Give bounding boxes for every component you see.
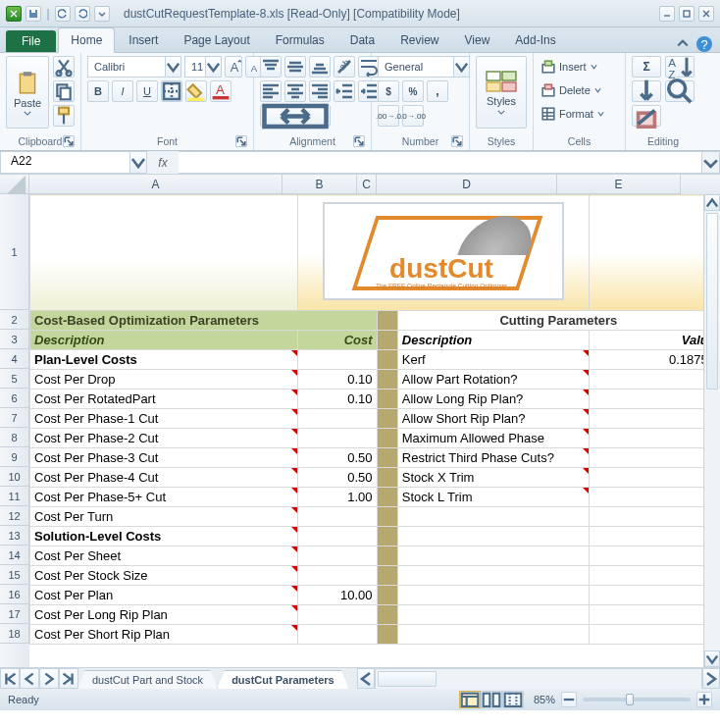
cell[interactable] — [298, 527, 377, 546]
cell-grid[interactable]: dustCut The FREE Online Rectangle Cuttin… — [29, 194, 720, 667]
cell[interactable] — [377, 586, 397, 605]
row-header[interactable]: 8 — [0, 428, 29, 447]
cell[interactable] — [298, 605, 377, 625]
border-icon[interactable] — [161, 80, 182, 102]
cell[interactable]: Kerf — [397, 350, 589, 370]
paste-button[interactable]: Paste — [6, 56, 49, 129]
zoom-in-icon[interactable] — [696, 692, 712, 707]
cell[interactable] — [298, 566, 377, 586]
row-header[interactable]: 4 — [0, 349, 29, 369]
scroll-down-icon[interactable] — [704, 650, 720, 667]
cell[interactable]: Cost Per Turn — [30, 507, 298, 527]
cell[interactable]: 1.00 — [298, 488, 377, 507]
cell[interactable]: 0.10 — [298, 370, 377, 390]
cell[interactable]: 0.18750 — [589, 350, 719, 370]
cell[interactable]: y — [589, 370, 719, 390]
fx-label[interactable]: fx — [147, 151, 179, 174]
cell[interactable] — [377, 605, 397, 625]
cell[interactable] — [298, 429, 377, 448]
ribbon-minimize-icon[interactable] — [675, 36, 691, 52]
cell[interactable] — [397, 586, 589, 605]
row-header[interactable]: 1 — [0, 194, 29, 310]
maximize-icon[interactable] — [679, 6, 694, 22]
row-header[interactable]: 9 — [0, 447, 29, 467]
tab-add-ins[interactable]: Add-Ins — [503, 28, 567, 52]
cell[interactable]: Description — [30, 331, 298, 350]
font-size-combo[interactable]: 11 — [184, 56, 222, 78]
clear-icon[interactable] — [632, 105, 661, 127]
number-format-combo[interactable]: General — [378, 56, 470, 78]
col-header[interactable]: B — [283, 175, 357, 194]
cell[interactable] — [298, 625, 377, 645]
cell[interactable]: Cost Per Long Rip Plan — [30, 605, 298, 625]
cell[interactable] — [298, 507, 377, 527]
page-layout-view-icon[interactable] — [481, 691, 502, 708]
help-icon[interactable]: ? — [696, 36, 712, 52]
cell[interactable] — [397, 566, 589, 586]
scroll-thumb[interactable] — [378, 671, 437, 687]
row-header[interactable]: 12 — [0, 506, 29, 526]
cell[interactable] — [589, 586, 719, 605]
qat-customize-icon[interactable] — [94, 6, 110, 22]
sort-filter-icon[interactable]: AZ — [665, 56, 694, 78]
col-header[interactable]: E — [557, 175, 681, 194]
tab-prev-icon[interactable] — [20, 668, 39, 689]
fill-icon[interactable] — [632, 80, 661, 102]
cell[interactable] — [298, 546, 377, 566]
zoom-knob[interactable] — [626, 694, 634, 705]
cell[interactable]: Description — [397, 331, 589, 350]
align-bottom-icon[interactable] — [309, 56, 331, 78]
cell[interactable]: Stock X Trim — [397, 468, 589, 488]
alignment-launcher-icon[interactable] — [353, 135, 365, 147]
cell[interactable]: Allow Long Rip Plan? — [397, 390, 589, 409]
row-header[interactable]: 17 — [0, 604, 29, 624]
page-break-view-icon[interactable] — [502, 691, 524, 708]
cell[interactable]: Cost Per Phase-3 Cut — [30, 448, 298, 468]
row-header[interactable]: 16 — [0, 585, 29, 604]
tab-page-layout[interactable]: Page Layout — [172, 28, 261, 52]
cell[interactable] — [589, 527, 719, 546]
currency-icon[interactable]: $ — [378, 80, 399, 102]
cell[interactable] — [377, 625, 397, 645]
font-launcher-icon[interactable] — [235, 135, 247, 147]
format-painter-icon[interactable] — [53, 105, 75, 127]
cell[interactable]: Plan-Level Costs — [30, 350, 298, 370]
orientation-icon[interactable]: ab — [334, 56, 355, 78]
cell[interactable]: 0.50 — [298, 448, 377, 468]
clipboard-launcher-icon[interactable] — [63, 135, 75, 147]
tab-insert[interactable]: Insert — [117, 28, 170, 52]
grow-font-icon[interactable]: A — [225, 56, 242, 78]
redo-icon[interactable] — [75, 6, 90, 22]
cell[interactable]: y — [589, 390, 719, 409]
cell[interactable] — [589, 468, 719, 488]
formula-input[interactable] — [179, 151, 702, 174]
decrease-indent-icon[interactable] — [334, 80, 355, 102]
undo-icon[interactable] — [55, 6, 71, 22]
cell[interactable] — [377, 409, 397, 429]
cell[interactable]: Cost Per Sheet — [30, 546, 298, 566]
zoom-slider[interactable] — [583, 698, 691, 702]
cell[interactable] — [397, 546, 589, 566]
delete-button[interactable]: Delete — [540, 79, 603, 101]
cell[interactable] — [589, 507, 719, 527]
decrease-decimal-icon[interactable]: .0→.00 — [402, 105, 424, 127]
zoom-out-icon[interactable] — [561, 692, 577, 707]
tab-last-icon[interactable] — [59, 668, 78, 689]
copy-icon[interactable] — [53, 80, 75, 102]
font-name-combo[interactable]: Calibri — [87, 56, 181, 78]
cell[interactable]: Stock L Trim — [397, 488, 589, 507]
cell[interactable] — [397, 507, 589, 527]
scroll-right-icon[interactable] — [702, 668, 720, 689]
cell[interactable] — [589, 605, 719, 625]
cell[interactable] — [298, 409, 377, 429]
sheet-tab[interactable]: dustCut Parameters — [217, 670, 349, 689]
scroll-left-icon[interactable] — [357, 668, 375, 689]
cell[interactable] — [298, 350, 377, 370]
cell[interactable]: Restrict Third Phase Cuts? — [397, 448, 589, 468]
cell[interactable]: Value — [589, 331, 719, 350]
formula-expand-icon[interactable] — [702, 151, 720, 174]
italic-icon[interactable]: I — [112, 80, 133, 102]
cell[interactable]: Cost Per Stock Size — [30, 566, 298, 586]
row-header[interactable]: 13 — [0, 526, 29, 546]
font-color-icon[interactable]: A — [210, 80, 231, 102]
